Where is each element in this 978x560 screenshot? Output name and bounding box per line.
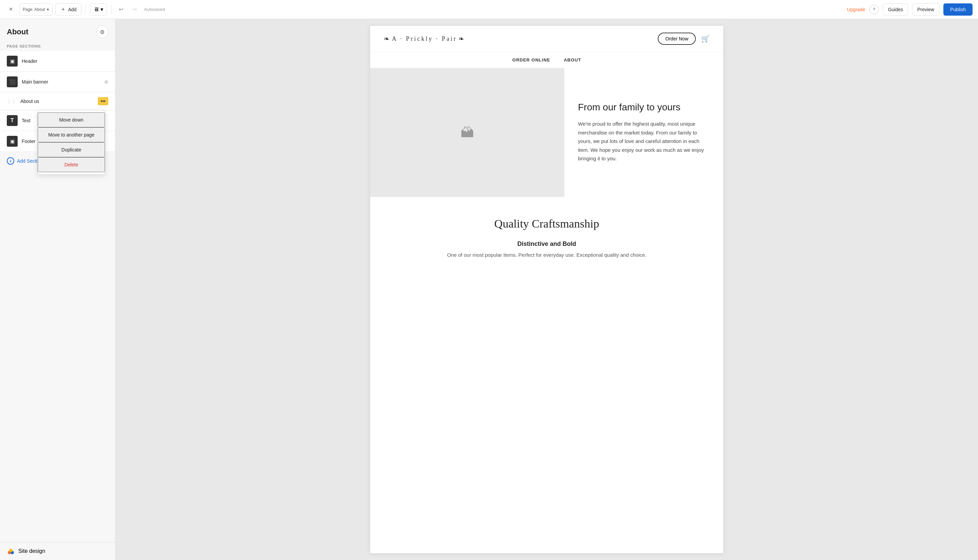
header-section-icon: ▣ (7, 56, 18, 67)
sidebar-header: About ⚙ (0, 19, 115, 42)
divider (111, 5, 112, 14)
site-logo: ❧ A · Prickly · Pair ❧ (384, 35, 465, 43)
about-us-section-name: About us (20, 98, 94, 104)
topbar-right: Upgrade ? Guides Preview Publish (847, 3, 973, 16)
device-selector[interactable]: 🖥 ▾ (90, 3, 107, 16)
sidebar-item-about-us[interactable]: ⋮⋮ About us ••• Move down Move to anothe… (0, 92, 115, 110)
image-placeholder-icon: 🏔 (460, 125, 474, 140)
sidebar-item-main-banner[interactable]: ⬛ Main banner ⊘ (0, 72, 115, 92)
sections-label: PAGE SECTIONS (0, 42, 115, 51)
publish-button[interactable]: Publish (943, 3, 973, 16)
cart-icon[interactable]: 🛒 (701, 35, 710, 43)
header-section-name: Header (22, 58, 108, 64)
quality-text: One of our most popular items. Perfect f… (384, 251, 710, 259)
close-button[interactable]: × (5, 4, 16, 15)
move-to-another-page-menu-item[interactable]: Move to another page (38, 127, 105, 142)
move-down-menu-item[interactable]: Move down (38, 112, 105, 127)
add-label: Add (68, 7, 77, 12)
quality-section: Quality Craftsmanship Distinctive and Bo… (370, 197, 723, 280)
site-design-label: Site design (18, 548, 45, 554)
order-now-button[interactable]: Order Now (658, 33, 696, 45)
gear-icon: ⚙ (100, 29, 105, 35)
help-button[interactable]: ? (869, 5, 879, 14)
page-selector[interactable]: Page: About ▾ (19, 3, 53, 16)
main-layout: About ⚙ PAGE SECTIONS ▣ Header ⬛ Main ba… (0, 19, 978, 560)
undo-button[interactable]: ↩ (115, 4, 126, 15)
footer-section-icon: ▣ (7, 136, 18, 147)
about-body-text: We're proud to offer the highest quality… (578, 120, 710, 163)
site-design-bar[interactable]: Site design (0, 542, 115, 560)
duplicate-menu-item[interactable]: Duplicate (38, 142, 105, 157)
about-heading: From our family to yours (578, 102, 710, 113)
nav-item-about[interactable]: ABOUT (564, 57, 581, 62)
redo-button[interactable]: ↪ (129, 4, 140, 15)
chevron-down-icon: ▾ (47, 7, 49, 12)
about-section: 🏔 From our family to yours We're proud t… (370, 68, 723, 197)
context-menu: Move down Move to another page Duplicate… (37, 110, 105, 175)
add-button[interactable]: ＋ Add (55, 3, 82, 16)
about-text-area: From our family to yours We're proud to … (565, 68, 723, 197)
guides-button[interactable]: Guides (883, 3, 908, 16)
svg-point-2 (9, 549, 13, 552)
delete-menu-item[interactable]: Delete (38, 157, 105, 172)
quality-subtitle: Distinctive and Bold (384, 240, 710, 248)
logo-text: A · Prickly · Pair (392, 35, 457, 42)
site-nav: ORDER ONLINE ABOUT (370, 52, 723, 68)
topbar: × Page: About ▾ ＋ Add 🖥 ▾ ↩ ↪ Autosaved … (0, 0, 978, 19)
desktop-icon: 🖥 (94, 7, 99, 13)
logo-right-badge: ❧ (458, 35, 465, 43)
logo-left-badge: ❧ (384, 35, 390, 43)
upgrade-link[interactable]: Upgrade (847, 7, 865, 12)
preview-button[interactable]: Preview (912, 3, 939, 16)
main-banner-section-icon: ⬛ (7, 77, 18, 87)
drag-handle-icon: ⋮⋮ (7, 98, 16, 104)
text-section-icon: T (7, 115, 18, 126)
quality-title: Quality Craftsmanship (384, 217, 710, 230)
about-image: 🏔 (370, 68, 565, 197)
hidden-icon: ⊘ (104, 79, 108, 85)
sidebar-title: About (7, 28, 28, 36)
about-us-menu-button[interactable]: ••• (98, 97, 108, 105)
main-banner-section-name: Main banner (22, 79, 99, 85)
sidebar-item-header[interactable]: ▣ Header (0, 51, 115, 72)
chevron-down-icon: ▾ (100, 6, 103, 13)
autosaved-status: Autosaved (144, 7, 165, 12)
site-header: ❧ A · Prickly · Pair ❧ Order Now 🛒 (370, 26, 723, 52)
nav-item-order-online[interactable]: ORDER ONLINE (512, 57, 550, 62)
add-section-plus-icon: + (7, 157, 14, 165)
site-design-icon (7, 547, 15, 555)
settings-button[interactable]: ⚙ (96, 26, 108, 38)
canvas: ❧ A · Prickly · Pair ❧ Order Now 🛒 ORDER… (115, 19, 978, 560)
site-header-right: Order Now 🛒 (658, 33, 710, 45)
plus-icon: ＋ (60, 6, 66, 13)
page-frame: ❧ A · Prickly · Pair ❧ Order Now 🛒 ORDER… (370, 26, 723, 553)
page-selector-label: Page: About (23, 7, 45, 12)
sidebar: About ⚙ PAGE SECTIONS ▣ Header ⬛ Main ba… (0, 19, 115, 560)
